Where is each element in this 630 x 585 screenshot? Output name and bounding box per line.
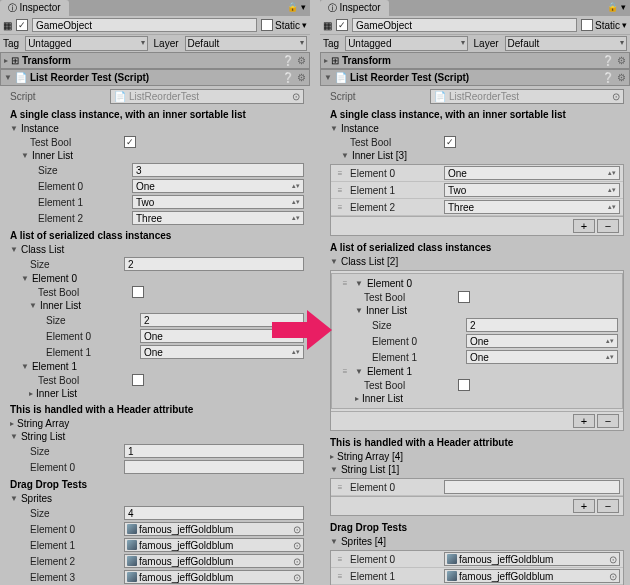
remove-button[interactable]: −	[597, 414, 619, 428]
script-component-header[interactable]: ▼ 📄 List Reorder Test (Script) ❔ ⚙	[320, 69, 630, 86]
element-field[interactable]: One▴▾	[132, 179, 304, 193]
script-component-header[interactable]: ▼ 📄 List Reorder Test (Script) ❔ ⚙	[0, 69, 310, 86]
list-item[interactable]: ≡Element 2Three▴▾	[331, 199, 623, 216]
gear-icon[interactable]: ⚙	[617, 55, 626, 66]
list-item[interactable]: ≡Element 0	[331, 479, 623, 496]
gameobject-header: ▦ Static ▾	[320, 16, 630, 35]
stringarray-foldout[interactable]: ▸String Array	[10, 417, 304, 430]
section-header: Drag Drop Tests	[330, 518, 624, 535]
size-field[interactable]: 2	[124, 257, 304, 271]
tab-bar: Inspector 🔒 ▾	[0, 0, 310, 16]
foldout-icon: ▸	[4, 56, 8, 65]
element-field[interactable]: One▴▾	[466, 350, 618, 364]
element0-foldout[interactable]: ▼Element 0	[10, 272, 304, 285]
sprite-field[interactable]: famous_jeffGoldblum⊙	[124, 538, 304, 552]
tag-dropdown[interactable]: Untagged▾	[25, 36, 147, 51]
testbool-checkbox[interactable]	[124, 136, 136, 148]
static-toggle[interactable]: Static ▾	[261, 19, 307, 31]
drag-handle-icon: ≡	[334, 572, 346, 581]
lock-icon[interactable]: 🔒 ▾	[283, 0, 310, 14]
add-button[interactable]: +	[573, 219, 595, 233]
section-header: This is handled with a Header attribute	[10, 400, 304, 417]
list-item[interactable]: ≡Element 0famous_jeffGoldblum⊙	[331, 551, 623, 568]
gear-icon[interactable]: ⚙	[617, 72, 626, 83]
sprites-foldout[interactable]: ▼Sprites	[10, 492, 304, 505]
sprites-foldout[interactable]: ▼Sprites [4]	[330, 535, 624, 548]
testbool-checkbox[interactable]	[132, 374, 144, 386]
element-field[interactable]: One▴▾	[466, 334, 618, 348]
tag-label: Tag	[323, 38, 339, 49]
section-header: Drag Drop Tests	[10, 475, 304, 492]
active-checkbox[interactable]	[336, 19, 348, 31]
innerlist-foldout[interactable]: ▼Inner List [3]	[330, 149, 624, 162]
gameobject-header: ▦ Static ▾	[0, 16, 310, 35]
innerlist-foldout[interactable]: ▸Inner List	[10, 387, 304, 400]
inspector-tab[interactable]: Inspector	[320, 0, 389, 17]
tab-bar: Inspector 🔒 ▾	[320, 0, 630, 16]
list-item[interactable]: ≡Element 1famous_jeffGoldblum⊙	[331, 568, 623, 585]
element-field[interactable]	[124, 460, 304, 474]
tag-dropdown[interactable]: Untagged▾	[345, 36, 467, 51]
layer-dropdown[interactable]: Default▾	[505, 36, 627, 51]
gear-icon[interactable]: ⚙	[297, 55, 306, 66]
testbool-checkbox[interactable]	[132, 286, 144, 298]
classlist-foldout[interactable]: ▼Class List [2]	[330, 255, 624, 268]
layer-dropdown[interactable]: Default▾	[185, 36, 307, 51]
testbool-checkbox[interactable]	[458, 379, 470, 391]
foldout-icon: ▸	[324, 56, 328, 65]
transform-icon: ⊞	[11, 55, 19, 66]
inspector-tab[interactable]: Inspector	[0, 0, 69, 17]
section-header: A list of serialized class instances	[330, 238, 624, 255]
instance-foldout[interactable]: ▼Instance	[330, 122, 624, 135]
script-field[interactable]: 📄 ListReorderTest⊙	[430, 89, 624, 104]
stringlist-foldout[interactable]: ▼String List [1]	[330, 463, 624, 476]
help-icon[interactable]: ❔	[602, 72, 614, 83]
transform-component-header[interactable]: ▸ ⊞ Transform ❔ ⚙	[0, 52, 310, 69]
sprite-field[interactable]: famous_jeffGoldblum⊙	[124, 522, 304, 536]
list-item[interactable]: ≡Element 0One▴▾	[331, 165, 623, 182]
testbool-checkbox[interactable]	[444, 136, 456, 148]
inspector-panel-left: Inspector 🔒 ▾ ▦ Static ▾ Tag Untagged▾ L…	[0, 0, 310, 585]
help-icon[interactable]: ❔	[602, 55, 614, 66]
add-button[interactable]: +	[573, 499, 595, 513]
foldout-icon: ▼	[4, 73, 12, 82]
size-field[interactable]: 3	[132, 163, 304, 177]
static-toggle[interactable]: Static ▾	[581, 19, 627, 31]
element-field[interactable]: Three▴▾	[132, 211, 304, 225]
reorderable-list: ≡Element 0famous_jeffGoldblum⊙ ≡Element …	[330, 550, 624, 585]
innerlist-foldout[interactable]: ▼Inner List	[10, 299, 304, 312]
transform-component-header[interactable]: ▸ ⊞ Transform ❔ ⚙	[320, 52, 630, 69]
script-field[interactable]: 📄 ListReorderTest⊙	[110, 89, 304, 104]
help-icon[interactable]: ❔	[282, 55, 294, 66]
size-field[interactable]: 4	[124, 506, 304, 520]
help-icon[interactable]: ❔	[282, 72, 294, 83]
innerlist-foldout[interactable]: ▸Inner List	[336, 392, 618, 405]
classlist-foldout[interactable]: ▼Class List	[10, 243, 304, 256]
active-checkbox[interactable]	[16, 19, 28, 31]
sprite-field[interactable]: famous_jeffGoldblum⊙	[124, 570, 304, 584]
innerlist-foldout[interactable]: ▼Inner List	[10, 149, 304, 162]
gameobject-name-input[interactable]	[32, 18, 257, 32]
gear-icon[interactable]: ⚙	[297, 72, 306, 83]
script-icon: 📄	[15, 72, 27, 83]
section-header: A single class instance, with an inner s…	[10, 105, 304, 122]
remove-button[interactable]: −	[597, 219, 619, 233]
stringlist-foldout[interactable]: ▼String List	[10, 430, 304, 443]
testbool-checkbox[interactable]	[458, 291, 470, 303]
sprite-field[interactable]: famous_jeffGoldblum⊙	[124, 554, 304, 568]
element-field[interactable]: Two▴▾	[132, 195, 304, 209]
size-field[interactable]: 2	[466, 318, 618, 332]
element1-foldout[interactable]: ▼Element 1	[10, 360, 304, 373]
remove-button[interactable]: −	[597, 499, 619, 513]
gameobject-name-input[interactable]	[352, 18, 577, 32]
list-item[interactable]: ≡Element 1Two▴▾	[331, 182, 623, 199]
foldout-icon: ▼	[324, 73, 332, 82]
innerlist-foldout[interactable]: ▼Inner List	[336, 304, 618, 317]
cube-icon: ▦	[3, 20, 12, 31]
add-button[interactable]: +	[573, 414, 595, 428]
lock-icon[interactable]: 🔒 ▾	[603, 0, 630, 14]
drag-handle-icon: ≡	[334, 203, 346, 212]
instance-foldout[interactable]: ▼Instance	[10, 122, 304, 135]
size-field[interactable]: 1	[124, 444, 304, 458]
stringarray-foldout[interactable]: ▸String Array [4]	[330, 450, 624, 463]
